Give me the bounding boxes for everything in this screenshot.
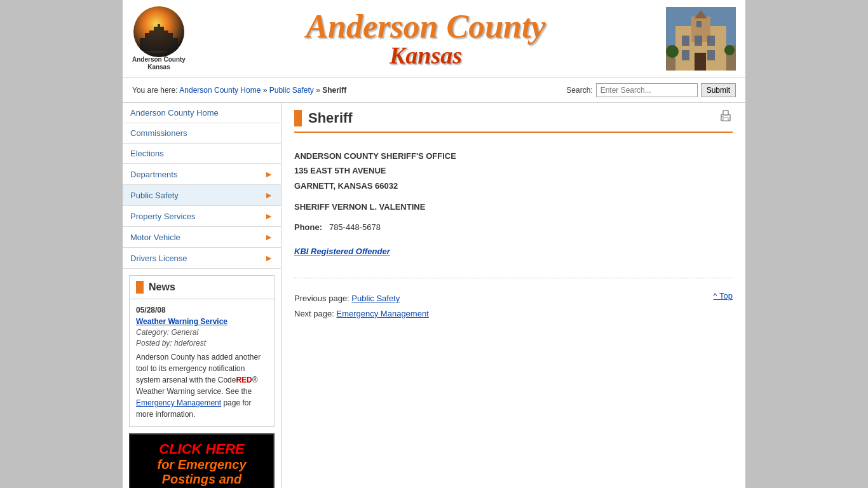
breadcrumb-sep1: » (263, 86, 269, 95)
sheriff-name: SHERIFF VERNON L. VALENTINE (294, 200, 733, 214)
news-article-link[interactable]: Weather Warning Service (136, 317, 227, 326)
svg-rect-11 (682, 50, 689, 60)
news-body-text: Anderson County has added another tool t… (136, 351, 268, 420)
emergency-banner[interactable]: CLICK HERE for Emergency Postings and In… (129, 433, 275, 488)
you-are-here-label: You are here: (132, 86, 178, 95)
next-page-link[interactable]: Emergency Management (337, 309, 429, 318)
page-title-row: Sheriff (294, 110, 353, 126)
sidebar-item-motor-vehicle[interactable]: Motor Vehicle ► (123, 227, 281, 248)
sidebar-item-drivers-license-label: Drivers License (130, 254, 187, 263)
svg-rect-13 (695, 53, 706, 71)
print-icon[interactable] (719, 109, 733, 126)
sheriff-info: ANDERSON COUNTY SHERIFF'S OFFICE 135 EAS… (294, 142, 733, 265)
sidebar-item-departments[interactable]: Departments ► (123, 164, 281, 185)
content-area: Sheriff ANDERSON COUNTY SHERIFF'S OFFICE… (281, 103, 745, 488)
logo-brand-text: Anderson County Kansas (132, 56, 186, 71)
site-header: Anderson County Kansas Anderson County K… (123, 0, 745, 78)
breadcrumb-home-link[interactable]: Anderson County Home (179, 86, 261, 95)
svg-point-20 (722, 116, 724, 118)
sidebar-item-elections-label: Elections (130, 149, 164, 158)
breadcrumb-bar: You are here: Anderson County Home » Pub… (123, 78, 745, 103)
sidebar-item-commissioners[interactable]: Commissioners (123, 123, 281, 144)
arrow-icon: ► (264, 253, 273, 263)
svg-point-15 (666, 45, 679, 58)
logo-image: Anderson County Kansas (133, 6, 184, 57)
page-title: Sheriff (308, 110, 353, 126)
search-label: Search: (566, 86, 592, 95)
pagination-right: ^ Top (714, 291, 733, 301)
sidebar-item-public-safety[interactable]: Public Safety ► (123, 185, 281, 206)
sidebar-item-home[interactable]: Anderson County Home (123, 103, 281, 123)
pagination: Previous page: Public Safety Next page: … (294, 291, 733, 321)
site-title-area: Anderson County Kansas (186, 10, 666, 67)
sidebar-item-departments-label: Departments (130, 170, 177, 179)
arrow-icon: ► (264, 232, 273, 242)
sidebar-item-drivers-license[interactable]: Drivers License ► (123, 248, 281, 269)
pagination-left: Previous page: Public Safety Next page: … (294, 291, 429, 321)
title-accent (294, 110, 302, 126)
logo-wrapper: Anderson County Kansas Anderson County K… (132, 6, 186, 71)
svg-rect-10 (707, 36, 715, 46)
news-category: Category: General (136, 328, 268, 337)
emergency-mgmt-link[interactable]: Emergency Management (136, 398, 221, 407)
search-input[interactable] (596, 83, 698, 97)
content-divider (294, 278, 733, 278)
news-article-title[interactable]: Weather Warning Service (136, 317, 268, 326)
breadcrumb: You are here: Anderson County Home » Pub… (132, 86, 346, 95)
news-header: News (130, 276, 274, 299)
svg-rect-18 (723, 111, 728, 115)
svg-rect-19 (723, 118, 728, 121)
search-area: Search: Submit (566, 83, 736, 97)
sidebar: Anderson County Home Commissioners Elect… (123, 103, 281, 488)
breadcrumb-sep2: » (316, 86, 322, 95)
sidebar-item-public-safety-label: Public Safety (130, 191, 179, 200)
news-posted-by: Posted by: hdeforest (136, 339, 268, 348)
arrow-icon: ► (264, 211, 273, 221)
arrow-icon: ► (264, 190, 273, 200)
news-box: News 05/28/08 Weather Warning Service Ca… (129, 275, 275, 427)
prev-label: Previous page: (294, 294, 349, 303)
logo-area: Anderson County Kansas Anderson County K… (132, 6, 186, 71)
sidebar-item-motor-vehicle-label: Motor Vehicle (130, 233, 180, 242)
svg-rect-9 (695, 36, 702, 46)
page-header-bar: Sheriff (294, 109, 733, 133)
svg-rect-14 (696, 21, 702, 27)
header-building-photo (666, 7, 736, 71)
svg-rect-8 (682, 36, 689, 46)
news-title-label: News (149, 281, 175, 293)
sidebar-item-property-services[interactable]: Property Services ► (123, 206, 281, 227)
sidebar-item-commissioners-label: Commissioners (130, 128, 187, 138)
arrow-icon: ► (264, 169, 273, 179)
sidebar-item-home-label: Anderson County Home (130, 108, 219, 118)
site-title-line2: Kansas (186, 43, 666, 67)
breadcrumb-public-safety-link[interactable]: Public Safety (269, 86, 314, 95)
news-date: 05/28/08 (136, 306, 268, 315)
sheriff-address-line1: 135 EAST 5TH AVENUE (294, 163, 733, 178)
sheriff-phone: Phone: 785-448-5678 (294, 220, 733, 234)
main-layout: Anderson County Home Commissioners Elect… (123, 103, 745, 488)
site-title-line1: Anderson County (186, 10, 666, 43)
sidebar-item-property-services-label: Property Services (130, 212, 196, 221)
kbi-registered-offender-link[interactable]: KBI Registered Offender (294, 247, 390, 256)
kbi-link-area: KBI Registered Offender (294, 244, 733, 259)
sheriff-address-line2: GARNETT, KANSAS 66032 (294, 179, 733, 193)
emergency-line2: for Emergency (137, 458, 267, 472)
top-link[interactable]: ^ Top (714, 291, 733, 301)
prev-page-row: Previous page: Public Safety (294, 291, 429, 306)
search-button[interactable]: Submit (701, 83, 736, 97)
next-page-row: Next page: Emergency Management (294, 306, 429, 321)
sheriff-office-name: ANDERSON COUNTY SHERIFF'S OFFICE (294, 149, 733, 163)
news-content: 05/28/08 Weather Warning Service Categor… (130, 299, 274, 426)
emergency-line3: Postings and (137, 472, 267, 487)
emergency-click-here: CLICK HERE (137, 441, 267, 458)
svg-rect-12 (707, 50, 715, 60)
next-label: Next page: (294, 309, 334, 318)
svg-point-16 (724, 45, 735, 55)
prev-page-link[interactable]: Public Safety (351, 294, 400, 303)
news-accent (136, 281, 144, 294)
breadcrumb-current: Sheriff (322, 86, 346, 95)
sidebar-item-elections[interactable]: Elections (123, 144, 281, 164)
